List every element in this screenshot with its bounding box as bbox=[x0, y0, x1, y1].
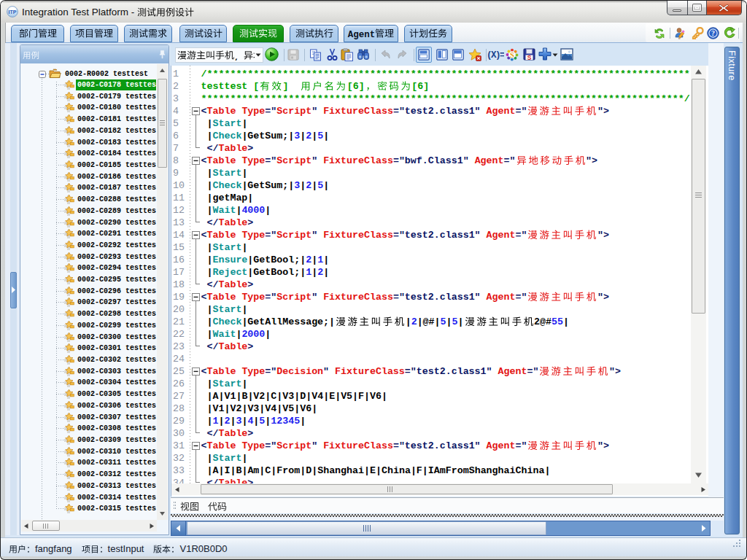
svg-text:S: S bbox=[527, 54, 532, 61]
svg-text:ITP: ITP bbox=[9, 9, 17, 15]
svg-text:?: ? bbox=[711, 29, 715, 37]
svg-text:S: S bbox=[510, 51, 514, 59]
